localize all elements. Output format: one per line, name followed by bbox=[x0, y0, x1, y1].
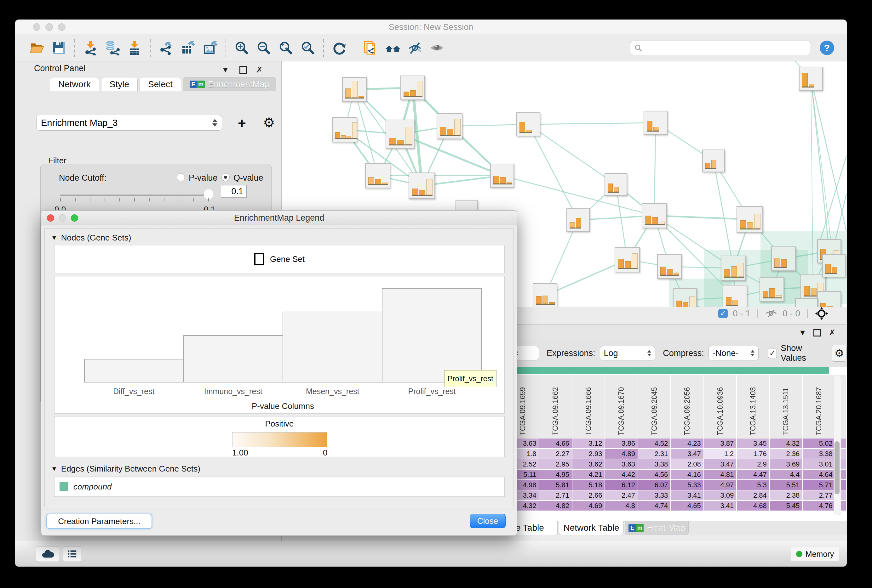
selected-checkbox-icon[interactable]: ✓ bbox=[718, 309, 728, 318]
close-button[interactable]: Close bbox=[470, 514, 506, 528]
hide-selected-icon[interactable] bbox=[407, 40, 423, 56]
heatmap-column-header[interactable]: TCGA.09.1662 bbox=[539, 375, 571, 438]
help-button[interactable]: ? bbox=[820, 40, 834, 55]
heatmap-cell: 4.66 bbox=[539, 438, 571, 448]
add-map-button[interactable]: + bbox=[238, 116, 246, 131]
nodes-section-header[interactable]: ▼ Nodes (Gene Sets) bbox=[51, 233, 131, 243]
heatmap-scrollbar[interactable] bbox=[834, 375, 841, 515]
share-session-icon[interactable] bbox=[362, 40, 379, 56]
heatmap-column-header[interactable]: TCGA.09.2045 bbox=[638, 375, 671, 438]
network-node[interactable] bbox=[795, 298, 818, 307]
first-neighbors-icon[interactable] bbox=[385, 40, 401, 56]
heatmap-column-header[interactable]: TCGA.09.1670 bbox=[605, 375, 637, 438]
refresh-icon[interactable] bbox=[331, 40, 347, 56]
zoom-selected-icon[interactable] bbox=[299, 40, 316, 56]
heatmap-scrollbar-thumb[interactable] bbox=[834, 441, 840, 494]
network-node[interactable] bbox=[332, 117, 357, 142]
save-session-icon[interactable] bbox=[51, 40, 67, 56]
export-network-icon[interactable] bbox=[158, 40, 174, 56]
creation-parameters-button[interactable]: Creation Parameters... bbox=[46, 514, 152, 529]
zoom-fit-icon[interactable] bbox=[278, 40, 294, 56]
node-cutoff-label: Node Cutoff: bbox=[59, 173, 107, 183]
network-node[interactable] bbox=[490, 164, 514, 188]
heatmap-cell: 3.87 bbox=[704, 438, 736, 448]
import-network-icon[interactable] bbox=[82, 40, 99, 56]
heatmap-column-header[interactable]: TCGA.09.1666 bbox=[573, 375, 604, 438]
heatmap-column-header[interactable]: TCGA.13.1403 bbox=[737, 375, 769, 438]
network-node[interactable] bbox=[365, 163, 390, 188]
network-node[interactable] bbox=[737, 206, 763, 232]
p-value-radio[interactable] bbox=[177, 173, 185, 181]
search-input[interactable] bbox=[630, 40, 811, 55]
show-values-checkbox[interactable]: ✓ bbox=[768, 348, 777, 358]
network-node[interactable] bbox=[723, 285, 747, 307]
network-node[interactable] bbox=[516, 112, 540, 136]
network-node[interactable] bbox=[822, 254, 845, 278]
network-node[interactable] bbox=[759, 277, 784, 302]
network-node[interactable] bbox=[604, 173, 627, 196]
tooltip: Prolif_vs_rest bbox=[444, 370, 496, 387]
network-node[interactable] bbox=[673, 288, 697, 307]
export-table-icon[interactable] bbox=[180, 40, 196, 56]
zoom-out-icon[interactable] bbox=[256, 40, 272, 56]
network-node[interactable] bbox=[437, 113, 463, 139]
network-node[interactable] bbox=[643, 111, 668, 135]
node-cutoff-slider[interactable] bbox=[60, 195, 210, 196]
heatmap-column-header[interactable]: TCGA.09.2056 bbox=[671, 375, 703, 438]
birdseye-navigator-icon[interactable] bbox=[815, 307, 828, 321]
network-node[interactable] bbox=[642, 203, 667, 228]
export-image-icon[interactable] bbox=[202, 40, 218, 56]
tab-network-table[interactable]: Network Table bbox=[559, 521, 624, 535]
heatmap-column-header[interactable]: TCGA.13.1511 bbox=[770, 375, 802, 438]
network-node[interactable] bbox=[721, 256, 746, 281]
network-node[interactable] bbox=[533, 283, 557, 307]
network-node[interactable] bbox=[386, 120, 415, 148]
enrichmentmap-icon: Em bbox=[189, 81, 205, 88]
import-table-icon[interactable] bbox=[126, 40, 143, 56]
heatmap-column-header[interactable]: TCGA.10.0936 bbox=[704, 375, 736, 438]
heatmap-settings-gear-icon[interactable]: ⚙ bbox=[832, 345, 847, 362]
network-node[interactable] bbox=[567, 208, 590, 232]
undock-panel-icon[interactable] bbox=[239, 66, 247, 75]
q-value-radio[interactable] bbox=[221, 173, 230, 181]
network-node[interactable] bbox=[771, 246, 796, 271]
cloud-button[interactable] bbox=[36, 546, 59, 562]
task-history-button[interactable] bbox=[63, 546, 81, 562]
undock-table-panel-icon[interactable] bbox=[813, 329, 821, 338]
zoom-in-icon[interactable] bbox=[233, 40, 250, 56]
node-bar-chart bbox=[368, 177, 388, 185]
legend-chart-labels: Diff_vs_rest Immuno_vs_rest Mesen_vs_res… bbox=[84, 387, 482, 396]
network-node[interactable] bbox=[799, 67, 823, 91]
network-node[interactable] bbox=[409, 172, 435, 199]
network-node[interactable] bbox=[400, 75, 425, 100]
edges-section-header[interactable]: ▼ Edges (Similarity Between Gene Sets) bbox=[51, 464, 200, 474]
edge-type-label: compound bbox=[74, 482, 111, 492]
tab-enrichmentmap[interactable]: Em EnrichmentMap bbox=[183, 77, 276, 91]
expressions-select[interactable]: Log bbox=[600, 346, 656, 360]
heatmap-cell: 3.01 bbox=[803, 459, 835, 469]
node-cutoff-value[interactable]: 0.1 bbox=[221, 185, 247, 198]
tab-heat-map[interactable]: Em Heat Map bbox=[625, 521, 689, 535]
network-node[interactable] bbox=[615, 247, 640, 272]
heatmap-column-header[interactable]: TCGA.20.1687 bbox=[803, 375, 835, 438]
map-settings-gear-icon[interactable]: ⚙ bbox=[263, 115, 275, 130]
float-panel-icon[interactable]: ▼ bbox=[221, 65, 229, 74]
compress-select[interactable]: -None- bbox=[708, 346, 759, 360]
import-network-from-database-icon[interactable] bbox=[104, 40, 121, 56]
memory-button[interactable]: Memory bbox=[791, 547, 839, 561]
legend-chart-xlabel: P-value Columns bbox=[84, 401, 482, 411]
heatmap-cell: 4.16 bbox=[671, 470, 703, 479]
close-panel-icon[interactable]: ✗ bbox=[256, 65, 263, 74]
enrichment-map-select[interactable]: Enrichment Map_3 bbox=[36, 115, 222, 130]
close-table-panel-icon[interactable]: ✗ bbox=[829, 328, 836, 337]
tab-style[interactable]: Style bbox=[101, 77, 138, 91]
tab-network[interactable]: Network bbox=[50, 77, 99, 91]
show-all-icon[interactable] bbox=[429, 40, 445, 56]
tab-select[interactable]: Select bbox=[140, 77, 181, 91]
network-node[interactable] bbox=[817, 291, 841, 307]
network-node[interactable] bbox=[657, 254, 682, 279]
float-table-panel-icon[interactable]: ▼ bbox=[798, 328, 806, 337]
network-node[interactable] bbox=[342, 77, 367, 102]
network-node[interactable] bbox=[702, 150, 725, 172]
open-session-icon[interactable] bbox=[29, 40, 45, 56]
